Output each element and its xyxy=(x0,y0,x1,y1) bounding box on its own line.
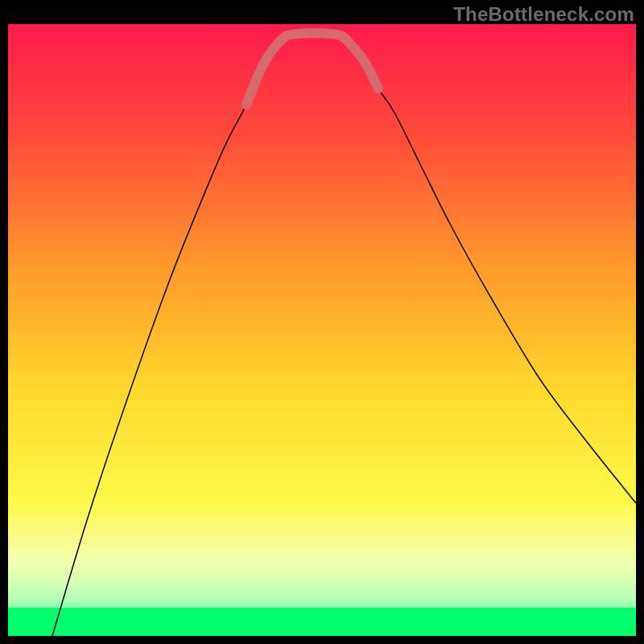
chart-frame: { "watermark": "TheBottleneck.com", "cha… xyxy=(0,0,644,644)
plot-background xyxy=(8,24,636,636)
bottleneck-chart xyxy=(0,0,644,644)
green-band xyxy=(8,608,636,636)
watermark-text: TheBottleneck.com xyxy=(453,3,634,26)
